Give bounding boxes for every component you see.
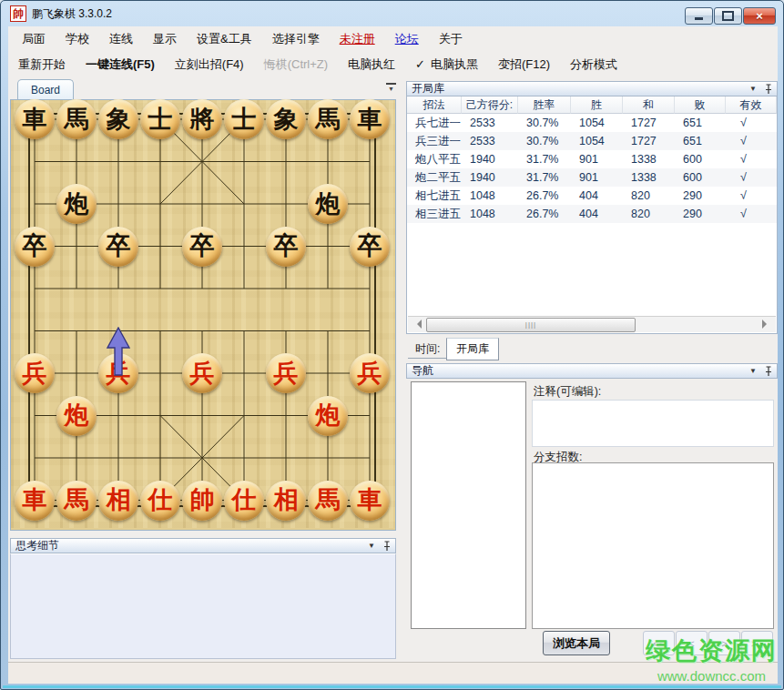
navigation-panel-header: 导航 ▼ — [406, 363, 778, 379]
browse-game-button[interactable]: 浏览本局 — [543, 631, 610, 655]
red-piece[interactable]: 帥 — [182, 481, 222, 521]
step-button-3: > — [708, 631, 740, 655]
black-piece[interactable]: 車 — [350, 99, 390, 139]
black-piece[interactable]: 卒 — [350, 227, 390, 267]
horizontal-scrollbar[interactable]: |||| — [408, 316, 776, 332]
right-panel: 开局库 ▼ 招法己方得分:胜率胜和败有效 兵七进一253330.7%105417… — [406, 26, 778, 684]
black-piece[interactable]: 將 — [182, 99, 222, 139]
menu-item-6[interactable]: 选择引擎 — [262, 31, 330, 47]
black-piece[interactable]: 馬 — [56, 99, 97, 139]
black-piece[interactable]: 卒 — [15, 227, 55, 267]
black-piece[interactable]: 車 — [15, 99, 55, 139]
black-piece[interactable]: 士 — [224, 99, 264, 139]
black-piece[interactable]: 炮 — [308, 184, 348, 224]
chevron-down-icon[interactable]: ▼ — [749, 85, 757, 93]
menu-item-3[interactable]: 连线 — [99, 31, 143, 47]
opening-library-title: 开局库 — [412, 81, 444, 96]
red-piece[interactable]: 兵 — [182, 353, 222, 393]
table-cell: 820 — [623, 205, 675, 223]
table-cell: 31.7% — [518, 168, 571, 187]
pin-icon[interactable] — [765, 84, 772, 95]
black-piece[interactable]: 士 — [140, 99, 180, 139]
minimize-icon — [695, 17, 703, 20]
toolbar-item-1[interactable]: 重新开始 — [8, 56, 76, 73]
black-piece[interactable]: 卒 — [266, 227, 306, 267]
window-title: 鹏飞象棋 3.3.0.2 — [32, 6, 112, 22]
red-piece[interactable]: 相 — [98, 481, 138, 521]
black-piece[interactable]: 馬 — [308, 99, 348, 139]
chevron-down-icon[interactable]: ▼ — [749, 367, 757, 375]
table-row[interactable]: 炮八平五194031.7%9011338600√ — [407, 150, 777, 168]
xiangqi-board[interactable]: 車馬象士將士象馬車炮炮卒卒卒卒卒兵兵兵兵兵炮炮車馬相仕帥仕相馬車 — [11, 100, 395, 528]
thinking-panel-header: 思考细节 ▼ — [10, 538, 396, 553]
close-button[interactable]: × — [743, 7, 776, 25]
table-row[interactable]: 相三进五104826.7%404820290√ — [407, 205, 777, 223]
column-header[interactable]: 胜 — [571, 96, 623, 114]
black-piece[interactable]: 象 — [266, 99, 306, 139]
red-piece[interactable]: 車 — [350, 481, 390, 521]
red-piece[interactable]: 相 — [266, 481, 306, 521]
column-header[interactable]: 己方得分: — [462, 96, 518, 114]
table-cell: 1048 — [462, 187, 518, 205]
red-piece[interactable]: 馬 — [56, 481, 97, 521]
toolbar-item-2[interactable]: 一键连线(F5) — [76, 56, 165, 73]
black-piece[interactable]: 炮 — [56, 184, 97, 224]
table-cell: 600 — [675, 150, 726, 168]
maximize-button[interactable] — [714, 7, 742, 25]
red-piece[interactable]: 炮 — [56, 396, 97, 436]
scroll-right-arrow-icon[interactable] — [762, 320, 771, 329]
menu-item-2[interactable]: 学校 — [56, 31, 99, 47]
red-piece[interactable]: 車 — [15, 481, 55, 521]
column-header[interactable]: 败 — [675, 96, 726, 114]
toolbar-item-5[interactable]: 电脑执红 — [338, 56, 405, 73]
black-piece[interactable]: 象 — [98, 99, 138, 139]
comment-textarea[interactable] — [532, 400, 774, 447]
column-header[interactable]: 有效 — [726, 96, 777, 114]
menu-item-7[interactable]: 未注册 — [330, 31, 385, 47]
red-piece[interactable]: 馬 — [308, 481, 348, 521]
column-header[interactable]: 和 — [623, 96, 675, 114]
table-row[interactable]: 炮二平五194031.7%9011338600√ — [407, 168, 777, 187]
column-header[interactable]: 胜率 — [518, 96, 571, 114]
table-cell: 290 — [675, 205, 726, 223]
table-cell: 901 — [571, 168, 623, 187]
bottom-tab-strip: 时间: 开局库 — [406, 338, 778, 360]
table-cell: 290 — [675, 187, 726, 205]
chevron-down-icon[interactable]: ▼ — [368, 542, 375, 550]
table-cell: 兵三进一 — [407, 132, 462, 150]
navigation-panel-title: 导航 — [412, 363, 433, 379]
table-cell: 1338 — [623, 150, 675, 168]
pin-icon[interactable] — [765, 366, 772, 377]
menu-item-5[interactable]: 设置&工具 — [187, 31, 262, 47]
menu-item-4[interactable]: 显示 — [143, 31, 187, 47]
tab-board-label: Board — [31, 84, 60, 96]
red-piece[interactable]: 兵 — [266, 353, 306, 393]
tab-list-dropdown-icon[interactable]: ▼ — [386, 83, 396, 93]
red-piece[interactable]: 兵 — [15, 353, 55, 393]
menu-item-1[interactable]: 局面 — [12, 31, 56, 47]
pin-icon[interactable] — [383, 541, 391, 552]
scrollbar-thumb[interactable]: |||| — [426, 318, 636, 332]
table-row[interactable]: 兵三进一253330.7%10541727651√ — [407, 132, 777, 150]
tab-time[interactable]: 时间: — [408, 340, 447, 359]
black-piece[interactable]: 卒 — [98, 227, 138, 267]
scroll-left-arrow-icon[interactable] — [412, 320, 422, 329]
toolbar-item-3[interactable]: 立刻出招(F4) — [165, 56, 254, 73]
branch-moves-box[interactable] — [532, 462, 774, 629]
red-piece[interactable]: 仕 — [224, 481, 264, 521]
red-piece[interactable]: 仕 — [140, 481, 180, 521]
tab-board[interactable]: Board — [17, 79, 74, 99]
table-row[interactable]: 兵七进一253330.7%10541727651√ — [407, 114, 777, 132]
board-panel: 車馬象士將士象馬車炮炮卒卒卒卒卒兵兵兵兵兵炮炮車馬相仕帥仕相馬車 — [10, 99, 396, 531]
black-piece[interactable]: 卒 — [182, 227, 222, 267]
table-cell: 2533 — [462, 132, 518, 150]
navigation-buttons-row: 浏览本局 <<<>>> — [406, 629, 778, 656]
move-list[interactable] — [411, 381, 526, 629]
minimize-button[interactable] — [685, 7, 713, 25]
app-icon: 帥 — [10, 5, 26, 22]
red-piece[interactable]: 炮 — [308, 396, 348, 436]
column-header[interactable]: 招法 — [407, 96, 462, 114]
red-piece[interactable]: 兵 — [350, 353, 390, 393]
table-row[interactable]: 相七进五104826.7%404820290√ — [407, 187, 777, 205]
tab-opening-library[interactable]: 开局库 — [446, 338, 499, 360]
